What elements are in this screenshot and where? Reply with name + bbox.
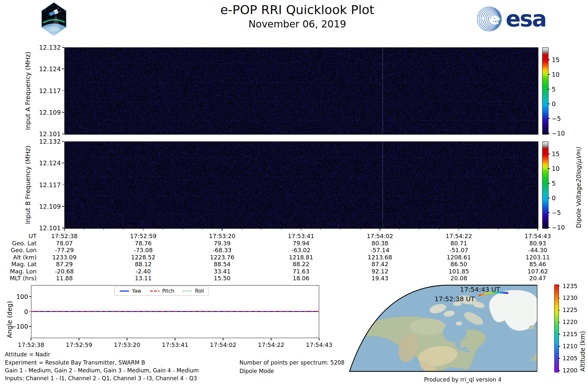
ephemeris-value: 20.47 <box>502 275 574 282</box>
angle-xtick-label: 17:52:59 <box>53 341 105 348</box>
dipole-colorbar-label-end: ) <box>575 147 582 149</box>
altitude-tick-mark <box>558 346 560 347</box>
ephemeris-value: 86.50 <box>423 261 495 268</box>
ephemeris-value: 78.07 <box>28 240 100 247</box>
ut-tick-label: 17:53:20 <box>186 233 258 239</box>
ut-tick-label: 17:52:38 <box>28 233 100 239</box>
freq-tick-mark <box>62 90 64 91</box>
colorbar-tick-label: 15 <box>552 151 560 157</box>
experiment-note: Experiment = Resolute Bay Transmitter, S… <box>5 359 145 366</box>
time-minor-tick-mark <box>163 228 163 230</box>
angle-xtick-label: 17:54:43 <box>293 341 345 348</box>
track-start-time-label: 17:52:38 UT <box>434 296 475 302</box>
time-tick-mark <box>222 228 222 231</box>
ephemeris-value: 20.08 <box>423 275 495 282</box>
ephemeris-value: 87.29 <box>28 261 100 268</box>
colorbar-tick-mark <box>548 212 550 213</box>
ephemeris-value: 80.38 <box>344 240 416 247</box>
ephemeris-value: 80.93 <box>502 240 574 247</box>
spectrogram-input-a <box>64 47 538 135</box>
legend-line-sample <box>150 290 159 292</box>
colorbar-tick-label: 15 <box>552 57 560 63</box>
freq-tick-label: 12.117 <box>29 182 61 188</box>
ephemeris-value: 19.43 <box>344 275 416 282</box>
colorbar-tick-mark <box>548 227 550 228</box>
colorbar-tick-mark <box>548 59 550 60</box>
colorbar-tick-mark <box>548 118 550 119</box>
ephemeris-value: 1228.52 <box>107 254 179 261</box>
spectrogram-input-b <box>64 141 538 229</box>
time-minor-tick-mark <box>183 228 183 230</box>
ephemeris-value: 1213.68 <box>344 254 416 261</box>
freq-tick-label: 12.124 <box>29 66 61 72</box>
colorbar-tick-label: 10 <box>552 165 560 172</box>
ephemeris-value: 80.71 <box>423 240 495 247</box>
time-tick-mark <box>380 228 380 231</box>
ephemeris-value: 79.39 <box>186 240 258 247</box>
altitude-colorbar-label: Altitude (km) <box>578 285 587 372</box>
map-aleutians <box>350 333 363 339</box>
time-minor-tick-mark <box>360 228 360 230</box>
time-minor-tick-mark <box>419 228 419 230</box>
freq-tick-mark <box>62 47 64 48</box>
angle-xtick-label: 17:54:22 <box>245 341 297 348</box>
freq-tick-mark <box>62 141 64 142</box>
altitude-tick-mark <box>558 298 560 299</box>
dipole-colorbar-label: Dipole Voltage 20log(μVBS) <box>574 47 583 228</box>
altitude-tick-label: 1210 <box>563 343 578 349</box>
inputs-note: Inputs: Channel 1 - I1, Channel 2 - Q1, … <box>5 375 197 382</box>
colorbar-tick-mark <box>548 74 550 75</box>
ephemeris-value: 1218.81 <box>265 254 337 261</box>
angle-xtick-mark <box>127 338 127 340</box>
freq-tick-label: 12.109 <box>29 109 61 115</box>
ephemeris-value: 1208.61 <box>423 254 495 261</box>
ephemeris-value: -68.33 <box>186 247 258 253</box>
altitude-tick-mark <box>558 310 560 311</box>
time-minor-tick-mark <box>281 228 282 230</box>
ephemeris-value: 85.46 <box>502 261 574 268</box>
ephemeris-value: 87.42 <box>344 261 416 268</box>
ephemeris-value: 101.85 <box>423 268 495 275</box>
altitude-tick-mark <box>558 322 560 323</box>
freq-tick-label: 12.117 <box>29 88 61 94</box>
freq-tick-mark <box>62 185 64 185</box>
freq-tick-label: 12.132 <box>29 44 61 51</box>
dipole-colorbar-label-text: Dipole Voltage <box>575 183 582 228</box>
dipole-colorbar-label-sub: BS <box>576 150 581 155</box>
colorbar-tick-label: 5 <box>552 86 556 92</box>
legend-label: Yaw <box>132 288 141 294</box>
freq-tick-mark <box>62 206 64 207</box>
esa-logo-sphere: e <box>476 6 504 32</box>
gains-note: Gain 1 - Medium, Gain 2 - Medium, Gain 3… <box>5 367 199 374</box>
ut-tick-label: 17:52:59 <box>107 233 179 239</box>
ephemeris-value: 88.54 <box>186 261 258 268</box>
legend-item-yaw: Yaw <box>120 288 141 294</box>
altitude-tick-label: 1230 <box>563 295 578 301</box>
ephemeris-value: -73.08 <box>107 247 179 253</box>
altitude-tick-label: 1200 <box>563 368 578 373</box>
ephemeris-value: 18.06 <box>265 275 337 282</box>
colorbar-tick-mark <box>548 183 550 184</box>
colorbar-tick-mark <box>548 154 550 154</box>
altitude-tick-mark <box>558 334 560 335</box>
ephemeris-value: -63.02 <box>265 247 337 253</box>
angle-xtick-mark <box>271 338 271 340</box>
colorbar-tick-label: −10 <box>552 224 565 230</box>
angle-xtick-mark <box>175 338 175 340</box>
angle-xtick-mark <box>223 338 223 340</box>
dipole-mode-note: Dipole Mode <box>239 368 274 374</box>
ephemeris-value: 11.88 <box>28 275 100 282</box>
time-minor-tick-mark <box>478 228 479 230</box>
angle-xtick-mark <box>319 338 319 340</box>
altitude-tick-label: 1215 <box>563 331 578 337</box>
time-minor-tick-mark <box>518 228 518 230</box>
track-end-time-label: 17:54:43 UT <box>460 286 500 293</box>
ephemeris-value: 1223.76 <box>186 254 258 261</box>
dipole-colorbar-label-math: 20log(μV <box>575 155 582 183</box>
colorbar-tick-label: −10 <box>552 130 565 136</box>
angle-ytick-label: 0 <box>0 308 28 315</box>
ephemeris-value: 33.41 <box>186 268 258 275</box>
time-minor-tick-mark <box>340 228 341 230</box>
freq-tick-label: 12.124 <box>29 160 61 166</box>
colorbar-tick-label: 5 <box>552 180 556 186</box>
